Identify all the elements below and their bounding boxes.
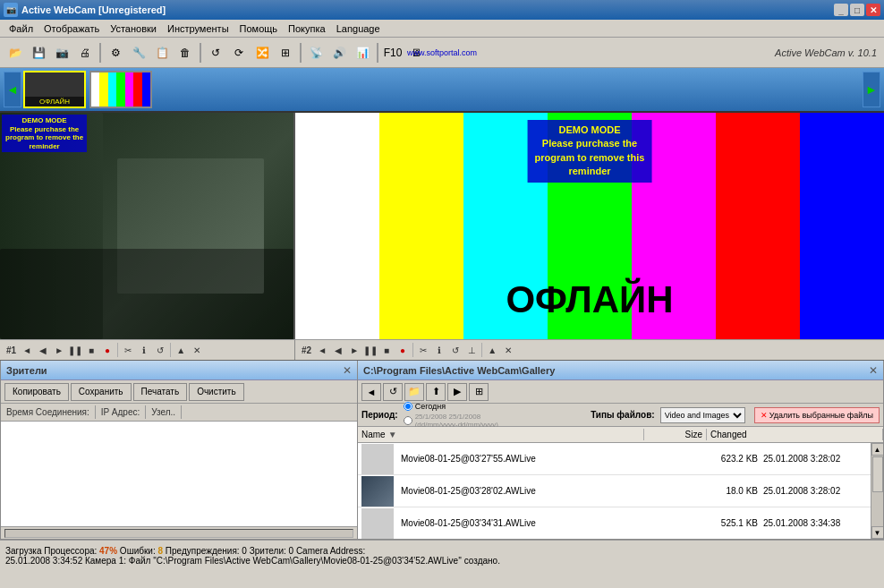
titlebar-title: Active WebCam [Unregistered]: [21, 4, 166, 15]
toolbar-btn-4[interactable]: 🖨: [74, 42, 96, 64]
menu-view[interactable]: Отображать: [38, 21, 105, 36]
viewers-header: Зрители ✕: [1, 361, 357, 380]
thumb-color-bars: [91, 72, 150, 107]
toolbar: 📂 💾 📷 🖨 ⚙ 🔧 📋 🗑 ↺ ⟳ 🔀 ⊞ 📡 🔊 📊 F10 🖥 www.…: [0, 38, 884, 68]
col-count: Узел..: [146, 405, 182, 419]
gallery-content: Movie08-01-25@03'27'55.AWLive 623.2 KB 2…: [358, 443, 883, 539]
cam2-scissors[interactable]: ✂: [415, 342, 431, 358]
cam1-play[interactable]: ►: [51, 342, 67, 358]
gallery-row-2[interactable]: Movie08-01-25@03'28'02.AWLive 18.0 KB 25…: [358, 475, 871, 507]
gallery-grid-btn[interactable]: ⊞: [469, 383, 489, 401]
cam2-pause[interactable]: ❚❚: [362, 342, 378, 358]
menu-buy[interactable]: Покупка: [283, 21, 331, 36]
daterange-radio[interactable]: [404, 416, 412, 425]
today-radio[interactable]: [404, 402, 412, 411]
viewers-toolbar: Копировать Сохранить Печатать Очистить: [1, 380, 357, 404]
cam1-record[interactable]: ●: [99, 342, 115, 358]
cam2-refresh[interactable]: ↺: [447, 342, 463, 358]
gallery-up-btn[interactable]: ⬆: [426, 383, 446, 401]
menu-help[interactable]: Помощь: [234, 21, 284, 36]
menu-file[interactable]: Файл: [4, 21, 38, 36]
sort-icon: ▼: [388, 430, 397, 439]
strip-right-arrow[interactable]: ►: [863, 72, 880, 107]
status-line1: Загрузка Процессора: 47% Ошибки: 8 Преду…: [5, 546, 879, 556]
gallery-row-3[interactable]: Movie08-01-25@03'34'31.AWLive 525.1 KB 2…: [358, 507, 871, 539]
toolbar-btn-16[interactable]: F10: [382, 42, 404, 64]
file-thumb-2: [361, 476, 394, 507]
toolbar-btn-7[interactable]: 📋: [151, 42, 173, 64]
cam2-vert[interactable]: ⊥: [463, 342, 480, 358]
copy-button[interactable]: Копировать: [4, 383, 69, 401]
toolbar-btn-1[interactable]: 📂: [4, 42, 26, 64]
gallery-row-1[interactable]: Movie08-01-25@03'27'55.AWLive 623.2 KB 2…: [358, 443, 871, 475]
close-button[interactable]: ✕: [866, 4, 880, 16]
save-button[interactable]: Сохранить: [71, 383, 132, 401]
demo-mode-overlay: DEMO MODEPlease purchase theprogram to r…: [2, 115, 87, 152]
thumb-label-1: ОФЛАЙН: [25, 97, 84, 107]
toolbar-btn-11[interactable]: 🔀: [251, 42, 273, 64]
file-name-3: Movie08-01-25@03'34'31.AWLive: [397, 518, 701, 528]
gallery-folder-btn[interactable]: 📁: [404, 383, 424, 401]
delete-button[interactable]: ✕ Удалить выбранные файлы: [754, 407, 880, 423]
file-changed-2: 25.01.2008 3:28:02: [763, 486, 871, 496]
toolbar-btn-8[interactable]: 🗑: [174, 42, 196, 64]
bottom-area: Зрители ✕ Копировать Сохранить Печатать …: [0, 361, 884, 540]
toolbar-btn-10[interactable]: ⟳: [228, 42, 250, 64]
minimize-button[interactable]: _: [834, 4, 848, 16]
scroll-thumb[interactable]: [872, 456, 883, 492]
cam1-controls: #1 ◄ ◀ ► ❚❚ ■ ● ✂ ℹ ↺ ▲ ✕: [0, 340, 295, 360]
scroll-down-btn[interactable]: ▼: [871, 526, 884, 539]
filetype-select[interactable]: Video and Images: [660, 407, 745, 423]
toolbar-btn-12[interactable]: ⊞: [275, 42, 296, 64]
viewers-close-button[interactable]: ✕: [343, 364, 352, 377]
scroll-up-btn[interactable]: ▲: [871, 443, 884, 456]
gallery-play-btn[interactable]: ▶: [447, 383, 467, 401]
clear-button[interactable]: Очистить: [189, 383, 244, 401]
cam2-info[interactable]: ℹ: [431, 342, 447, 358]
menu-language[interactable]: Language: [331, 21, 386, 36]
cam1-back[interactable]: ◀: [35, 342, 51, 358]
cam1-up[interactable]: ▲: [173, 342, 189, 358]
col-time: Время Соединения:: [1, 405, 96, 419]
toolbar-btn-2[interactable]: 💾: [28, 42, 49, 64]
cam1-pause[interactable]: ❚❚: [67, 342, 83, 358]
cam1-refresh[interactable]: ↺: [152, 342, 168, 358]
toolbar-btn-5[interactable]: ⚙: [105, 42, 126, 64]
gallery-filters: Период: Сегодня 25/1/2008 25/1/2008(dd/m…: [358, 404, 883, 427]
menu-tools[interactable]: Инструменты: [162, 21, 234, 36]
toolbar-btn-9[interactable]: ↺: [205, 42, 226, 64]
maximize-button[interactable]: □: [850, 4, 864, 16]
toolbar-btn-14[interactable]: 🔊: [328, 42, 350, 64]
cam1-stop[interactable]: ■: [83, 342, 99, 358]
cam1-scissors[interactable]: ✂: [120, 342, 136, 358]
cam2-prev[interactable]: ◄: [314, 342, 330, 358]
camera-thumb-2[interactable]: [89, 71, 152, 108]
viewers-cols: Время Соединения: IP Адрес: Узел..: [1, 404, 357, 422]
cam2-record[interactable]: ●: [395, 342, 411, 358]
cam2-back[interactable]: ◀: [330, 342, 346, 358]
cam2-close[interactable]: ✕: [500, 342, 516, 358]
hscroll-track[interactable]: [4, 529, 353, 538]
softportal-link[interactable]: www.softportal.com: [407, 48, 477, 57]
cam1-prev[interactable]: ◄: [19, 342, 35, 358]
cam1-close[interactable]: ✕: [189, 342, 205, 358]
toolbar-btn-13[interactable]: 📡: [305, 42, 327, 64]
strip-left-arrow[interactable]: ◄: [4, 72, 21, 107]
print-button[interactable]: Печатать: [133, 383, 188, 401]
cam1-info[interactable]: ℹ: [136, 342, 152, 358]
toolbar-btn-15[interactable]: 📊: [352, 42, 373, 64]
toolbar-sep-4: [377, 43, 378, 63]
toolbar-btn-3[interactable]: 📷: [51, 42, 72, 64]
cam2-stop[interactable]: ■: [378, 342, 395, 358]
gallery-toolbar: ◄ ↺ 📁 ⬆ ▶ ⊞: [358, 380, 883, 404]
menu-settings[interactable]: Установки: [105, 21, 162, 36]
gallery-refresh-btn[interactable]: ↺: [383, 383, 403, 401]
gallery-back-btn[interactable]: ◄: [361, 383, 381, 401]
cam2-play[interactable]: ►: [346, 342, 362, 358]
col-changed-header: Changed: [707, 429, 883, 440]
gallery-close-button[interactable]: ✕: [869, 364, 878, 377]
period-label: Период:: [361, 410, 398, 420]
toolbar-btn-6[interactable]: 🔧: [128, 42, 149, 64]
camera-thumb-1[interactable]: ОФЛАЙН: [23, 71, 86, 108]
cam2-up[interactable]: ▲: [484, 342, 500, 358]
